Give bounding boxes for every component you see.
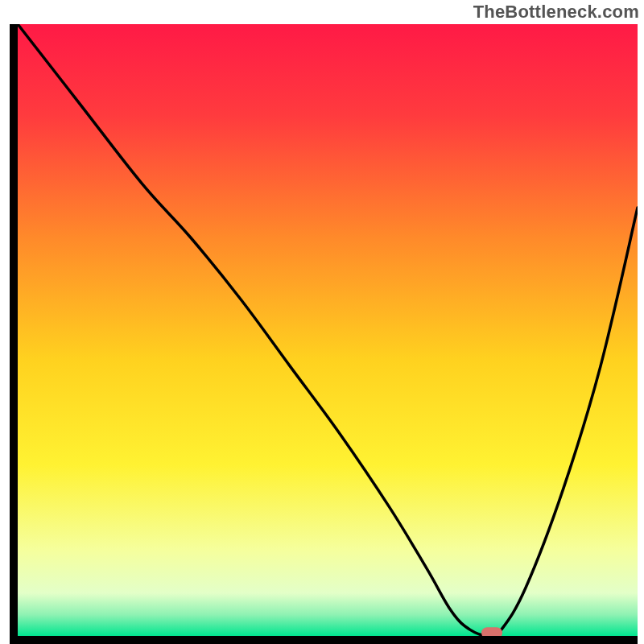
axis-left-border [10, 24, 18, 644]
axis-bottom-border [10, 636, 638, 644]
chart-svg [0, 0, 644, 644]
chart-frame: TheBottleneck.com [0, 0, 644, 644]
watermark-text: TheBottleneck.com [473, 2, 639, 23]
